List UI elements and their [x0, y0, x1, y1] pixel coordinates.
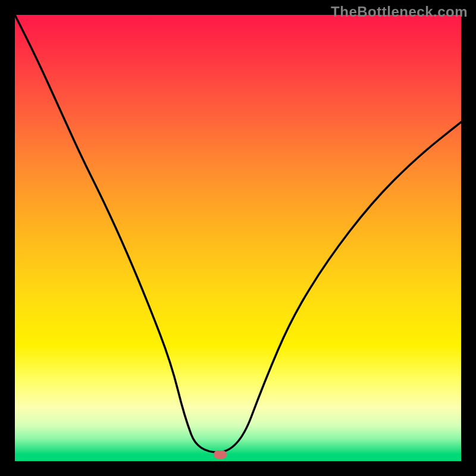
optimum-marker: [214, 450, 227, 459]
watermark-text: TheBottleneck.com: [331, 4, 468, 20]
plot-area: [15, 15, 461, 461]
chart-frame: TheBottleneck.com: [0, 0, 476, 476]
bottleneck-curve: [15, 15, 461, 461]
